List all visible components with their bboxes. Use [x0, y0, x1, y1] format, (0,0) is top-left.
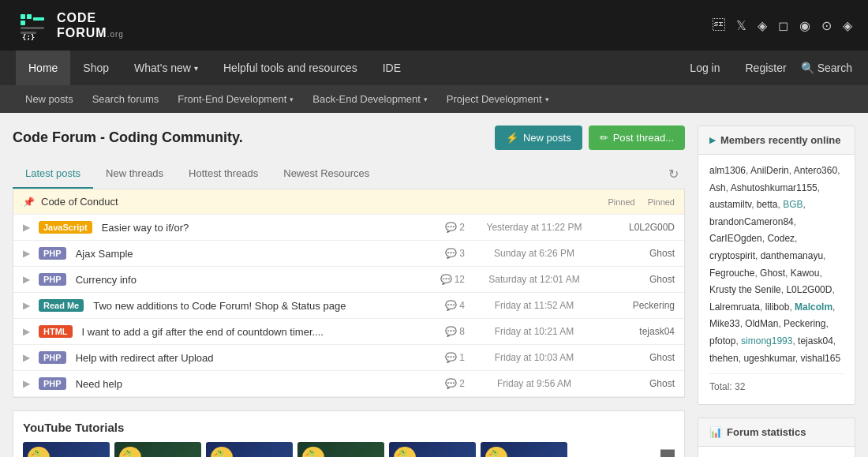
online-user[interactable]: L0L2G00D [786, 284, 832, 295]
youtube-thumb-1[interactable]: 🐍 THE RETURN STATEMENT [23, 442, 110, 457]
facebook-icon[interactable]:  [713, 18, 725, 32]
online-user-bgb[interactable]: BGB [783, 199, 803, 210]
post-author[interactable]: Ghost [604, 378, 675, 389]
nav-shop[interactable]: Shop [70, 51, 122, 85]
nav-home[interactable]: Home [16, 51, 70, 85]
row-arrow: ▶ [23, 378, 32, 389]
online-user[interactable]: Kawou [791, 268, 820, 279]
main-content: Code Forum - Coding Community. ⚡ New pos… [13, 125, 685, 457]
pinned-title[interactable]: Code of Conduct [41, 196, 608, 208]
post-author[interactable]: tejask04 [604, 326, 675, 337]
online-user[interactable]: danthemanayu [761, 250, 823, 261]
rss-icon[interactable]: ◈ [843, 18, 852, 33]
online-user[interactable]: betta [757, 199, 778, 210]
online-user[interactable]: pfotop [709, 335, 735, 346]
nav-ide[interactable]: IDE [370, 51, 413, 85]
posts-table: 📌 Code of Conduct Pinned Pinned ▶ JavaSc… [13, 189, 685, 398]
nav-tools[interactable]: Helpful tools and resources [211, 51, 370, 85]
tag-php: PHP [39, 351, 66, 364]
refresh-button[interactable]: ↻ [662, 163, 685, 185]
carousel-next-button[interactable]: › [660, 450, 675, 458]
subnav-frontend[interactable]: Front-End Development ▾ [168, 85, 303, 113]
online-user[interactable]: austamiltv [709, 199, 751, 210]
online-user[interactable]: OldMan [745, 318, 778, 329]
online-user[interactable]: Lalremruata [709, 302, 760, 313]
svg-rect-1 [21, 14, 25, 19]
online-user[interactable]: cryptospirit [709, 250, 755, 261]
tag-php: PHP [39, 377, 66, 390]
post-title[interactable]: I want to add a gif after the end of cou… [82, 326, 421, 338]
action-buttons: ⚡ New posts ✏ Post thread... [495, 125, 685, 150]
online-user[interactable]: Fegrouche [709, 268, 754, 279]
post-title[interactable]: Currency info [76, 274, 421, 286]
post-title[interactable]: Two new additions to Code Forum! Shop & … [93, 300, 421, 312]
post-title[interactable]: Need help [76, 378, 421, 390]
online-user[interactable]: thehen [709, 353, 739, 364]
online-user[interactable]: Ashutoshkumar1155 [731, 182, 817, 193]
post-thread-button[interactable]: ✏ Post thread... [589, 125, 685, 150]
online-user-simong[interactable]: simong1993 [741, 335, 792, 346]
post-author[interactable]: Ghost [604, 248, 675, 259]
online-user[interactable]: Codez [767, 233, 795, 244]
login-button[interactable]: Log in [679, 54, 731, 82]
tab-hottest-threads[interactable]: Hottest threads [176, 159, 271, 189]
tab-latest-posts[interactable]: Latest posts [13, 159, 93, 189]
online-user[interactable]: Ghost [760, 268, 785, 279]
online-user[interactable]: AnilDerin [750, 165, 789, 176]
online-user[interactable]: CarIEOgden [709, 233, 762, 244]
online-user[interactable]: Ash [709, 182, 726, 193]
online-user[interactable]: lilibob [765, 302, 790, 313]
speech-icon: 💬 [445, 222, 457, 233]
online-user[interactable]: vishal165 [800, 353, 840, 364]
youtube-thumb-6[interactable]: 🐍 IF STATEMENTS [481, 442, 567, 457]
online-user[interactable]: brandonCameron84 [709, 216, 794, 227]
post-title[interactable]: Easier way to if/or? [102, 222, 421, 234]
online-user-malcolm[interactable]: Malcolm [795, 302, 832, 313]
speech-icon: 💬 [445, 300, 457, 311]
online-user[interactable]: Mike33 [709, 318, 740, 329]
new-posts-button[interactable]: ⚡ New posts [495, 125, 582, 150]
logo[interactable]: {;} CODE FORUM.org [16, 8, 124, 43]
row-arrow: ▶ [23, 274, 32, 285]
post-author[interactable]: L0L2G00D [604, 222, 675, 233]
whatsnew-chevron: ▾ [194, 64, 198, 73]
post-author[interactable]: Peckering [604, 300, 675, 311]
youtube-thumb-5[interactable]: 🐍 ERROR HANDLING [389, 442, 476, 457]
tab-newest-resources[interactable]: Newest Resources [271, 159, 382, 189]
online-user[interactable]: Peckering [784, 318, 825, 329]
nav-whatsnew[interactable]: What's new ▾ [122, 51, 211, 85]
youtube-thumb-4[interactable]: 🐍 2d arrays &nested loop MING LANGUAGE ▼ [297, 442, 384, 457]
page-title-row: Code Forum - Coding Community. ⚡ New pos… [13, 125, 685, 150]
subnav-newposts[interactable]: New posts [16, 85, 83, 113]
tab-new-threads[interactable]: New threads [93, 159, 176, 189]
reddit-icon[interactable]: ◉ [799, 18, 810, 33]
reply-count: 💬4 [427, 300, 465, 311]
register-button[interactable]: Register [735, 54, 798, 82]
row-arrow: ▶ [23, 300, 32, 311]
youtube-thumb-2[interactable]: 🐍 getters &setters MING LANGUAGE ▼ [114, 442, 201, 457]
post-author[interactable]: Ghost [604, 274, 675, 285]
online-user[interactable]: Krusty the Senile [709, 284, 781, 295]
online-user[interactable]: tejask04 [798, 335, 833, 346]
table-row: ▶ PHP Ajax Sample 💬3 Sunday at 6:26 PM G… [13, 241, 684, 267]
youtube-title: YouTube Tutorials [23, 421, 675, 434]
page-title: Code Forum - Coding Community. [13, 129, 243, 146]
subnav-searchforums[interactable]: Search forums [83, 85, 169, 113]
post-author[interactable]: Ghost [604, 352, 675, 363]
main-nav: Home Shop What's new ▾ Helpful tools and… [0, 51, 868, 85]
subnav-project[interactable]: Project Development ▾ [437, 85, 559, 113]
search-button[interactable]: 🔍 Search [801, 62, 852, 74]
online-user[interactable]: alm1306 [709, 165, 746, 176]
discord-icon[interactable]: ◈ [758, 18, 767, 33]
twitter-icon[interactable]: 𝕏 [736, 18, 746, 33]
table-row: ▶ PHP Help with redirect after Upload 💬1… [13, 345, 684, 371]
post-title[interactable]: Help with redirect after Upload [76, 352, 421, 364]
youtube-thumb-3[interactable]: 🐍 S & INSTANCE ATTRIB [206, 442, 293, 457]
pinned-row: 📌 Code of Conduct Pinned Pinned [13, 189, 684, 215]
instagram-icon[interactable]: ◻ [778, 18, 788, 33]
online-user[interactable]: Antero360 [794, 165, 837, 176]
post-title[interactable]: Ajax Sample [76, 248, 421, 260]
subnav-backend[interactable]: Back-End Development ▾ [303, 85, 437, 113]
online-user[interactable]: ugeshkumar [743, 353, 795, 364]
github-icon[interactable]: ⊙ [821, 18, 832, 33]
